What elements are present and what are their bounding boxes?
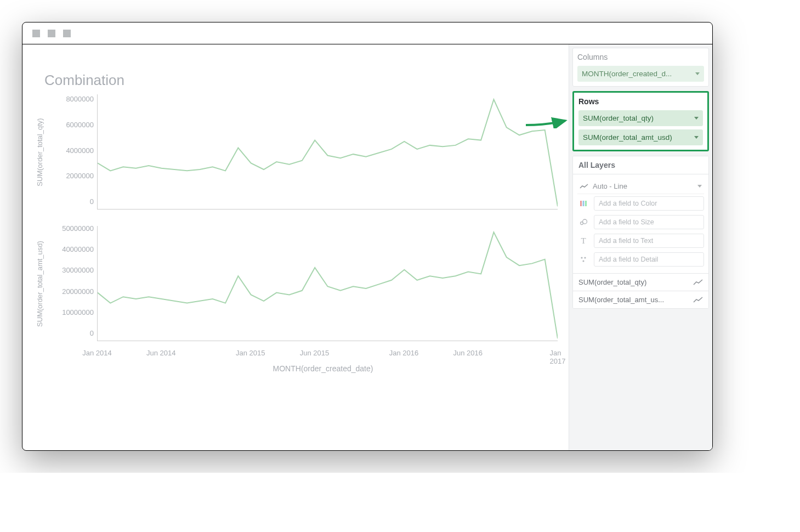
color-icon bbox=[577, 197, 589, 210]
y-tick: 10000000 bbox=[62, 308, 94, 316]
chart-area: Combination SUM(order_total_qty)02000000… bbox=[22, 44, 569, 450]
layer-item[interactable]: SUM(order_total_amt_us... bbox=[573, 291, 708, 308]
layers-panel: All Layers Auto - Line Add a field t bbox=[572, 156, 709, 309]
size-icon bbox=[577, 216, 589, 228]
window-control[interactable] bbox=[63, 30, 71, 37]
columns-panel: Columns MONTH(order_created_d... bbox=[572, 48, 709, 87]
y-tick: 40000000 bbox=[62, 245, 94, 253]
x-tick: Jan 2016 bbox=[389, 349, 419, 357]
svg-point-4 bbox=[583, 219, 587, 224]
color-field[interactable]: Add a field to Color bbox=[594, 196, 704, 211]
x-tick: Jan 2015 bbox=[236, 349, 265, 357]
row-pill[interactable]: SUM(order_total_amt_usd) bbox=[578, 129, 703, 145]
chevron-down-icon bbox=[697, 185, 702, 188]
rows-panel: Rows SUM(order_total_qty) SUM(order_tota… bbox=[572, 91, 709, 151]
row-pill-label: SUM(order_total_qty) bbox=[583, 114, 654, 122]
column-pill-label: MONTH(order_created_d... bbox=[582, 70, 672, 78]
text-field[interactable]: Add a field to Text bbox=[594, 234, 704, 248]
svg-point-6 bbox=[584, 257, 586, 258]
layer-item-label: SUM(order_total_amt_us... bbox=[578, 296, 664, 304]
y-tick: 0 bbox=[90, 197, 94, 206]
line-chart-icon bbox=[693, 279, 703, 286]
detail-field[interactable]: Add a field to Detail bbox=[594, 252, 704, 267]
svg-point-7 bbox=[582, 260, 584, 262]
size-field[interactable]: Add a field to Size bbox=[594, 215, 704, 229]
x-tick: Jun 2014 bbox=[146, 349, 176, 357]
columns-title: Columns bbox=[577, 53, 704, 61]
plot bbox=[97, 226, 558, 341]
layer-item-label: SUM(order_total_qty) bbox=[578, 278, 646, 286]
sidebar: Columns MONTH(order_created_d... Rows SU… bbox=[569, 44, 712, 450]
window-control[interactable] bbox=[48, 30, 55, 37]
svg-point-5 bbox=[581, 257, 582, 258]
layers-title: All Layers bbox=[573, 156, 708, 174]
layer-item[interactable]: SUM(order_total_qty) bbox=[573, 273, 708, 291]
line-chart-icon bbox=[693, 297, 703, 303]
content: Combination SUM(order_total_qty)02000000… bbox=[22, 44, 712, 450]
svg-rect-1 bbox=[583, 201, 585, 206]
y-tick: 20000000 bbox=[62, 287, 94, 295]
window-control[interactable] bbox=[32, 30, 40, 37]
svg-rect-0 bbox=[580, 201, 582, 206]
chart-type-label: Auto - Line bbox=[593, 182, 627, 190]
y-axis-label: SUM(order_total_amt_usd) bbox=[36, 241, 44, 327]
line-chart-icon bbox=[580, 184, 588, 189]
row-pill-label: SUM(order_total_amt_usd) bbox=[583, 133, 672, 142]
y-axis-label: SUM(order_total_qty) bbox=[36, 118, 44, 186]
y-tick: 6000000 bbox=[66, 121, 94, 129]
svg-rect-2 bbox=[585, 201, 587, 206]
x-tick: Jun 2015 bbox=[300, 349, 330, 357]
x-tick: Jan 2017 bbox=[550, 349, 566, 365]
y-tick: 4000000 bbox=[66, 146, 94, 154]
chart-type-select[interactable]: Auto - Line bbox=[577, 179, 704, 194]
column-pill[interactable]: MONTH(order_created_d... bbox=[577, 66, 704, 82]
row-pill[interactable]: SUM(order_total_qty) bbox=[578, 110, 703, 126]
rows-title: Rows bbox=[578, 97, 703, 106]
x-axis-label: MONTH(order_created_date) bbox=[88, 364, 558, 373]
x-tick: Jan 2014 bbox=[82, 349, 112, 357]
y-tick: 8000000 bbox=[66, 95, 94, 103]
x-tick: Jun 2016 bbox=[453, 349, 483, 357]
y-tick: 2000000 bbox=[66, 172, 94, 180]
chart-title: Combination bbox=[44, 72, 558, 89]
y-tick: 0 bbox=[90, 329, 94, 337]
chevron-down-icon bbox=[694, 117, 699, 120]
chevron-down-icon bbox=[694, 136, 699, 139]
y-tick: 50000000 bbox=[62, 224, 94, 233]
chevron-down-icon bbox=[695, 72, 700, 75]
text-icon: T bbox=[577, 235, 589, 247]
app-window: Combination SUM(order_total_qty)02000000… bbox=[22, 22, 713, 451]
detail-icon bbox=[577, 253, 589, 265]
titlebar bbox=[22, 22, 712, 44]
plot bbox=[97, 94, 558, 210]
y-tick: 30000000 bbox=[62, 266, 94, 274]
